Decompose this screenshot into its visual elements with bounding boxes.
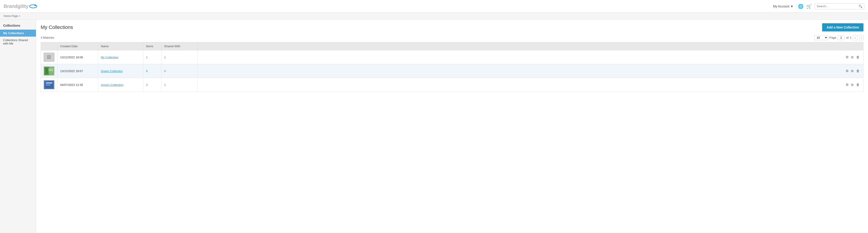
per-page-select[interactable]: 10 25 50 bbox=[814, 35, 828, 40]
next-page-button[interactable]: › bbox=[859, 35, 864, 40]
sidebar-title: Collections bbox=[0, 22, 36, 30]
copy-button[interactable]: ⧉ bbox=[850, 55, 855, 60]
table-row: 13/12/2022 18:07 Green Collection 8 0 ⚙ … bbox=[41, 64, 864, 78]
page-label: Page bbox=[829, 36, 836, 39]
content-header: My Collections Add a New Collection bbox=[41, 23, 864, 31]
items-count: 1 bbox=[143, 51, 161, 64]
collections-table: Created Date Name Items Shared With 🖼 13… bbox=[41, 42, 864, 92]
col-actions bbox=[197, 42, 864, 51]
search-box: 🔍 bbox=[815, 3, 864, 9]
my-account-button[interactable]: My Account ▼ bbox=[771, 4, 795, 9]
created-date: 13/12/2022 18:06 bbox=[57, 51, 98, 64]
thumbnail-cell: 🖼 bbox=[41, 51, 57, 64]
thumbnail-cell bbox=[41, 78, 57, 92]
items-count: 8 bbox=[143, 64, 161, 78]
search-input[interactable] bbox=[817, 4, 859, 8]
actions-cell: ⚙ ⧉ 🗑 bbox=[197, 51, 864, 64]
search-icon[interactable]: 🔍 bbox=[859, 4, 862, 8]
page-input[interactable] bbox=[837, 35, 845, 40]
logo-text: Brandgility bbox=[4, 3, 28, 9]
created-date: 04/07/2023 12:35 bbox=[57, 78, 98, 92]
logo-icon bbox=[29, 3, 37, 9]
sidebar: Collections My Collections Collections S… bbox=[0, 20, 36, 233]
svg-rect-8 bbox=[46, 82, 52, 84]
settings-button[interactable]: ⚙ bbox=[845, 82, 849, 88]
collection-name-cell: Anna's Collection bbox=[98, 78, 143, 92]
svg-rect-5 bbox=[49, 68, 53, 71]
actions-cell: ⚙ ⧉ 🗑 bbox=[197, 78, 864, 92]
chevron-down-icon: ▼ bbox=[790, 4, 794, 8]
thumbnail-blue bbox=[43, 80, 55, 89]
thumbnail-green bbox=[43, 66, 55, 75]
collection-link[interactable]: My Collection bbox=[101, 56, 119, 59]
svg-rect-4 bbox=[45, 68, 48, 74]
col-name: Name bbox=[98, 42, 143, 51]
collection-name-cell: Green Collection bbox=[98, 64, 143, 78]
delete-button[interactable]: 🗑 bbox=[855, 68, 861, 73]
delete-button[interactable]: 🗑 bbox=[855, 55, 861, 60]
table-row: 04/07/2023 12:35 Anna's Collection 3 1 ⚙… bbox=[41, 78, 864, 92]
collection-name-cell: My Collection bbox=[98, 51, 143, 64]
thumbnail-cell bbox=[41, 64, 57, 78]
toolbar: 3 Matches 10 25 50 Page of 1 ‹ › bbox=[41, 35, 864, 40]
settings-button[interactable]: ⚙ bbox=[845, 55, 849, 60]
sidebar-item-shared-collections[interactable]: Collections Shared with Me bbox=[0, 37, 36, 47]
copy-button[interactable]: ⧉ bbox=[850, 68, 855, 74]
copy-button[interactable]: ⧉ bbox=[850, 82, 855, 88]
breadcrumb-separator: > bbox=[19, 14, 20, 18]
col-shared-with: Shared With bbox=[161, 42, 197, 51]
globe-icon[interactable]: 🌐 bbox=[798, 4, 804, 9]
breadcrumb: Home Page > bbox=[0, 13, 868, 20]
collection-link[interactable]: Anna's Collection bbox=[101, 83, 123, 87]
table-row: 🖼 13/12/2022 18:06 My Collection 1 1 ⚙ ⧉… bbox=[41, 51, 864, 64]
svg-point-1 bbox=[35, 4, 36, 6]
delete-button[interactable]: 🗑 bbox=[855, 82, 861, 87]
actions-cell: ⚙ ⧉ 🗑 bbox=[197, 64, 864, 78]
main-layout: Collections My Collections Collections S… bbox=[0, 20, 868, 233]
page-title: My Collections bbox=[41, 24, 73, 30]
page-total: 1 bbox=[850, 36, 851, 39]
my-account-label: My Account bbox=[773, 4, 789, 8]
pagination-area: 10 25 50 Page of 1 ‹ › bbox=[814, 35, 864, 40]
cart-icon[interactable]: 🛒 bbox=[806, 4, 812, 9]
shared-count: 0 bbox=[161, 64, 197, 78]
add-collection-button[interactable]: Add a New Collection bbox=[822, 23, 864, 31]
shared-count: 1 bbox=[161, 78, 197, 92]
sidebar-item-my-collections[interactable]: My Collections bbox=[0, 30, 36, 37]
logo: Brandgility bbox=[4, 3, 37, 9]
matches-label: 3 Matches bbox=[41, 36, 54, 39]
of-label: of bbox=[846, 36, 848, 39]
content-area: My Collections Add a New Collection 3 Ma… bbox=[36, 20, 868, 233]
created-date: 13/12/2022 18:07 bbox=[57, 64, 98, 78]
collection-link[interactable]: Green Collection bbox=[101, 69, 123, 73]
header: Brandgility My Account ▼ 🌐 🛒 🔍 bbox=[0, 0, 868, 13]
col-thumbnail bbox=[41, 42, 57, 51]
col-created-date: Created Date bbox=[57, 42, 98, 51]
svg-rect-9 bbox=[46, 85, 51, 86]
prev-page-button[interactable]: ‹ bbox=[853, 35, 857, 40]
header-right: My Account ▼ 🌐 🛒 🔍 bbox=[771, 3, 864, 9]
shared-count: 1 bbox=[161, 51, 197, 64]
home-link[interactable]: Home Page bbox=[4, 14, 18, 18]
table-header-row: Created Date Name Items Shared With bbox=[41, 42, 864, 51]
items-count: 3 bbox=[143, 78, 161, 92]
settings-button[interactable]: ⚙ bbox=[845, 68, 849, 74]
col-items: Items bbox=[143, 42, 161, 51]
thumbnail-placeholder: 🖼 bbox=[43, 53, 55, 62]
